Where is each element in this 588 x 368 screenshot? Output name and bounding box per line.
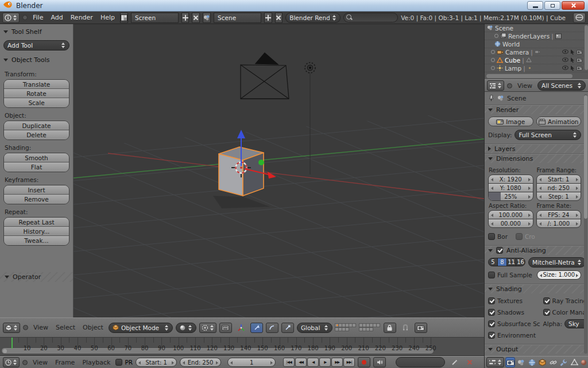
screen-browse-button[interactable] — [120, 13, 128, 23]
dimensions-panel-header[interactable]: Dimensions — [485, 153, 585, 163]
jump-to-end-button[interactable]: ▶▶| — [343, 358, 355, 367]
current-frame-marker[interactable] — [11, 338, 13, 348]
header-collapse-icon[interactable] — [507, 83, 512, 88]
resolution-x-field[interactable]: X: 1920 — [488, 175, 533, 184]
viewport-3d[interactable] — [74, 24, 484, 317]
editor-type-button[interactable] — [2, 13, 20, 23]
aspect-x-field[interactable]: 100.000 — [488, 210, 533, 219]
menu-object[interactable]: Object — [80, 324, 106, 331]
menu-view-3d[interactable]: View — [31, 324, 51, 331]
insert-keyframe-icon-button[interactable] — [448, 357, 461, 367]
menu-playback[interactable]: Playback — [80, 359, 113, 366]
renderable-camera-icon[interactable] — [577, 65, 583, 71]
lock-to-scene-toggle[interactable] — [384, 323, 396, 333]
rotate-manipulator-toggle[interactable] — [266, 323, 278, 333]
remove-keyframe-button[interactable]: Remove — [4, 195, 69, 204]
tab-scene[interactable] — [516, 357, 526, 367]
render-animation-button[interactable]: Animation — [536, 117, 582, 126]
audio-mute-button[interactable] — [373, 357, 386, 367]
manipulator-axes-icon[interactable] — [235, 323, 247, 333]
outliner-hscrollbar[interactable] — [486, 74, 572, 78]
textures-checkbox[interactable] — [488, 297, 495, 304]
output-panel-header[interactable]: Output — [485, 344, 585, 354]
keying-set-dropdown[interactable] — [396, 357, 445, 367]
tweak-button[interactable]: Tweak... — [4, 236, 69, 245]
color-manage-checkbox[interactable] — [543, 309, 550, 316]
smooth-button[interactable]: Smooth — [4, 153, 69, 162]
aa-samples-16-button[interactable]: 16 — [516, 258, 525, 266]
editor-type-button-properties[interactable] — [486, 357, 504, 367]
translate-manipulator-toggle[interactable] — [250, 323, 263, 333]
antialiasing-checkbox[interactable] — [496, 247, 503, 254]
resolution-y-field[interactable]: Y: 1080 — [488, 183, 533, 192]
aa-filter-dropdown[interactable]: Mitchell-Netra — [528, 257, 585, 268]
render-image-button[interactable]: Image — [488, 117, 533, 126]
outliner-row-cube[interactable]: Cube| — [485, 56, 588, 64]
display-dropdown[interactable]: Full Screen — [514, 130, 581, 140]
prev-keyframe-button[interactable]: ◀◀ — [295, 358, 307, 367]
camera-object[interactable] — [241, 53, 289, 99]
close-button[interactable] — [562, 1, 585, 10]
translate-button[interactable]: Translate — [4, 80, 69, 89]
shadows-checkbox[interactable] — [488, 309, 495, 316]
jump-to-start-button[interactable]: |◀◀ — [283, 358, 295, 367]
selectable-arrow-icon[interactable] — [570, 57, 575, 63]
search-input[interactable] — [355, 14, 395, 21]
outliner[interactable]: Scene RenderLayers| World Camera| — [485, 24, 588, 79]
aa-samples-8-button[interactable]: 8 — [497, 258, 507, 266]
visibility-eye-icon[interactable] — [562, 57, 568, 62]
screen-delete-button[interactable] — [192, 13, 200, 23]
tab-object-data[interactable] — [570, 357, 579, 367]
header-collapse-icon[interactable] — [23, 325, 28, 330]
editor-type-button-3dview[interactable] — [3, 323, 20, 333]
timeline-ruler[interactable]: 1020304050607080901001101201301401501601… — [0, 338, 484, 356]
aa-samples-5-button[interactable]: 5 — [488, 258, 498, 266]
scene-name-field[interactable]: Scene — [214, 13, 261, 23]
menu-help[interactable]: Help — [98, 14, 117, 21]
delete-keyframe-icon-button[interactable] — [463, 357, 476, 367]
start-frame-field[interactable]: Start: 1 — [536, 175, 582, 184]
transform-orientation-dropdown[interactable]: Global — [297, 323, 332, 333]
menu-render[interactable]: Render — [68, 14, 95, 21]
header-collapse-icon[interactable] — [22, 15, 28, 20]
pivot-align-toggle[interactable] — [219, 323, 232, 333]
object-tools-panel-header[interactable]: Object Tools — [3, 55, 69, 65]
environment-checkbox[interactable] — [488, 332, 495, 339]
tab-modifiers[interactable] — [559, 357, 569, 367]
scene-delete-button[interactable] — [275, 13, 283, 23]
preview-range-checkbox[interactable] — [115, 359, 122, 366]
record-button[interactable] — [358, 357, 370, 367]
history-button[interactable]: History... — [4, 227, 69, 236]
outliner-filter-dropdown[interactable]: All Scenes — [537, 80, 586, 91]
scene-browse-button[interactable] — [203, 13, 211, 23]
minimize-button[interactable] — [527, 1, 543, 10]
expand-icon[interactable] — [491, 50, 495, 54]
renderable-camera-icon[interactable] — [577, 49, 583, 55]
ray-tracing-checkbox[interactable] — [543, 297, 550, 304]
window-layout-icon[interactable] — [573, 13, 586, 23]
scale-manipulator-toggle[interactable] — [281, 323, 294, 333]
shading-panel-header[interactable]: Shading — [485, 284, 585, 293]
pin-icon[interactable] — [488, 95, 494, 102]
play-button[interactable]: ▶ — [319, 358, 331, 367]
layers-panel-header[interactable]: Layers — [485, 144, 585, 153]
aa-size-slider[interactable]: Size: 1.000 — [537, 270, 581, 280]
screen-name-field[interactable]: Screen — [131, 13, 179, 23]
scene-add-button[interactable] — [264, 13, 272, 23]
outliner-row-camera[interactable]: Camera| — [485, 48, 588, 56]
expand-icon[interactable] — [491, 66, 495, 70]
crop-checkbox[interactable] — [516, 233, 523, 240]
header-collapse-icon[interactable] — [22, 360, 28, 365]
tab-object[interactable] — [537, 357, 547, 367]
flat-button[interactable]: Flat — [4, 162, 69, 172]
outliner-row-world[interactable]: World — [485, 40, 588, 48]
layers-group-1[interactable] — [335, 323, 357, 332]
restore-button[interactable] — [544, 1, 560, 10]
fps-base-field[interactable]: /: 1.000 — [536, 219, 582, 228]
next-keyframe-button[interactable]: ▶▶ — [331, 358, 343, 367]
tab-material[interactable] — [581, 357, 587, 367]
viewport-shading-dropdown[interactable] — [176, 323, 196, 333]
frame-step-field[interactable]: Step: 1 — [536, 192, 582, 201]
rotate-button[interactable]: Rotate — [4, 89, 69, 98]
menu-view-timeline[interactable]: View — [30, 359, 50, 366]
